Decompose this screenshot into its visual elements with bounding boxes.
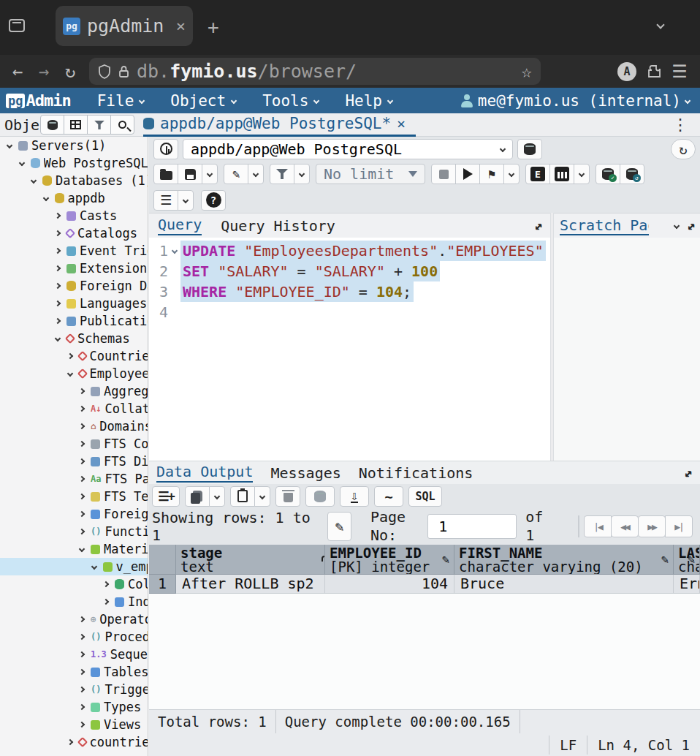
- scratch-pad-body[interactable]: [554, 238, 700, 461]
- new-tab-button[interactable]: +: [208, 16, 219, 38]
- tree-item[interactable]: 1.3Sequences: [0, 646, 148, 663]
- tab-notifications[interactable]: Notifications: [359, 464, 473, 482]
- edit-options-button[interactable]: [248, 164, 264, 184]
- tab-overview-icon[interactable]: [9, 19, 25, 32]
- chevron-right-icon[interactable]: [53, 249, 63, 253]
- grid-column-header[interactable]: FIRST_NAMEcharacter varying (20)✎: [454, 545, 674, 575]
- tree-item[interactable]: AaFTS Parsers: [0, 470, 148, 488]
- delete-row-button[interactable]: [275, 486, 300, 507]
- chevron-right-icon[interactable]: [101, 600, 111, 604]
- chevron-down-icon[interactable]: [65, 371, 75, 376]
- execute-button[interactable]: [455, 164, 480, 184]
- extensions-puzzle-icon[interactable]: [647, 64, 662, 79]
- chevron-right-icon[interactable]: [77, 512, 87, 516]
- chevron-right-icon[interactable]: [77, 424, 87, 428]
- browser-tab[interactable]: pg pgAdmin 4 ×: [56, 6, 193, 46]
- first-page-button[interactable]: |◀: [584, 515, 612, 537]
- close-icon[interactable]: ×: [397, 115, 406, 132]
- code-line[interactable]: 3WHERE "EMPLOYEE_ID" = 104;: [149, 281, 550, 302]
- chevron-right-icon[interactable]: [77, 477, 87, 481]
- workspace-tab[interactable]: appdb/app@Web PostgreSQL* ×: [143, 113, 416, 137]
- chevron-right-icon[interactable]: [77, 705, 87, 709]
- chevron-right-icon[interactable]: [53, 266, 63, 271]
- tree-item[interactable]: EmployeesDepartments: [0, 365, 148, 382]
- tree-item[interactable]: Countries: [0, 347, 148, 365]
- chevron-right-icon[interactable]: [65, 354, 75, 358]
- chevron-right-icon[interactable]: [77, 494, 87, 499]
- tree-item[interactable]: A↓Collations: [0, 400, 148, 417]
- tree-item[interactable]: v_emp: [0, 558, 148, 575]
- chevron-right-icon[interactable]: [53, 301, 63, 306]
- save-button[interactable]: [178, 164, 202, 184]
- view-data-button[interactable]: [64, 115, 88, 135]
- paste-button[interactable]: [230, 486, 255, 507]
- grid-cell[interactable]: Ernst: [674, 575, 700, 594]
- tree-item[interactable]: Catalogs: [0, 224, 148, 242]
- tab-query-history[interactable]: Query History: [221, 217, 335, 235]
- refresh-button[interactable]: ↻: [671, 139, 696, 159]
- user-menu[interactable]: me@fymio.us (internal): [460, 92, 690, 110]
- tree-item[interactable]: Materialized Views: [0, 540, 148, 558]
- fold-icon[interactable]: [168, 241, 180, 261]
- chevron-right-icon[interactable]: [77, 407, 87, 411]
- kebab-menu-icon[interactable]: ⋮: [672, 116, 688, 134]
- tree-item[interactable]: Views: [0, 716, 148, 733]
- chevron-right-icon[interactable]: [53, 284, 63, 288]
- explain-options-button[interactable]: [574, 164, 590, 184]
- help-button[interactable]: ?: [201, 190, 226, 211]
- tree-item[interactable]: Foreign Data Wrappers: [0, 277, 148, 295]
- eol-indicator[interactable]: LF: [549, 736, 587, 755]
- page-number-input[interactable]: [427, 514, 517, 539]
- rollback-button[interactable]: ↺: [620, 164, 644, 184]
- code-line[interactable]: 2SET "SALARY" = "SALARY" + 100: [149, 261, 550, 281]
- macros-options-button[interactable]: [178, 190, 194, 211]
- commit-button[interactable]: ✓: [596, 164, 620, 184]
- macros-button[interactable]: ☰: [153, 190, 178, 211]
- tree-item[interactable]: Types: [0, 698, 148, 716]
- tree-item[interactable]: Indexes: [0, 593, 148, 611]
- tree-item[interactable]: Extensions: [0, 260, 148, 277]
- search-objects-button[interactable]: [110, 115, 134, 135]
- url-field[interactable]: db.fymio.us/browser/ ☆: [89, 58, 541, 85]
- chevron-down-icon[interactable]: [53, 336, 63, 341]
- tree-item[interactable]: Columns: [0, 575, 148, 593]
- tree-item[interactable]: FTS Dictionaries: [0, 453, 148, 470]
- chevron-right-icon[interactable]: [53, 231, 63, 235]
- explain-button[interactable]: E: [525, 164, 550, 184]
- tab-query[interactable]: Query: [158, 216, 202, 235]
- grid-cell[interactable]: Bruce: [454, 575, 674, 594]
- filter-options-button[interactable]: [294, 164, 310, 184]
- chevron-right-icon[interactable]: [53, 213, 63, 218]
- tree-item[interactable]: Languages: [0, 295, 148, 312]
- open-file-button[interactable]: [153, 164, 178, 184]
- menu-tools[interactable]: Tools: [262, 92, 319, 110]
- back-icon[interactable]: ←: [4, 61, 31, 82]
- stop-button[interactable]: [431, 164, 456, 184]
- bookmark-star-icon[interactable]: ☆: [522, 61, 532, 82]
- graph-visualiser-button[interactable]: ∼: [374, 486, 403, 507]
- tree-item[interactable]: Publications: [0, 312, 148, 330]
- expand-panel-icon[interactable]: ↔: [678, 464, 696, 482]
- save-data-button[interactable]: [305, 486, 335, 507]
- filtered-rows-button[interactable]: [87, 115, 111, 135]
- sql-button[interactable]: SQL: [408, 486, 442, 507]
- grid-row[interactable]: 1After ROLLB sp2104BruceErnst: [149, 575, 700, 594]
- chevron-right-icon[interactable]: [53, 319, 63, 323]
- explain-analyze-button[interactable]: [549, 164, 574, 184]
- tree-item[interactable]: Schemas: [0, 330, 148, 347]
- code-line[interactable]: 1UPDATE "EmployeesDepartments"."EMPLOYEE…: [149, 241, 550, 261]
- chevron-right-icon[interactable]: [65, 740, 75, 744]
- chevron-down-icon[interactable]: [77, 547, 87, 551]
- prev-page-button[interactable]: ◀◀: [611, 515, 639, 537]
- tree-item[interactable]: ()Functions: [0, 523, 148, 540]
- row-number-cell[interactable]: 1: [149, 575, 176, 594]
- menu-file[interactable]: File: [97, 92, 145, 110]
- tree-item[interactable]: Foreign Tables: [0, 505, 148, 523]
- expand-panel-icon[interactable]: ↔: [681, 217, 699, 235]
- tree-item[interactable]: ()Trigger Functions: [0, 681, 148, 698]
- chevron-down-icon[interactable]: [673, 222, 679, 228]
- tree-item[interactable]: FTS Configurations: [0, 435, 148, 453]
- chevron-right-icon[interactable]: [77, 529, 87, 534]
- reader-mode-icon[interactable]: A: [617, 62, 636, 81]
- last-page-button[interactable]: ▶|: [665, 515, 693, 537]
